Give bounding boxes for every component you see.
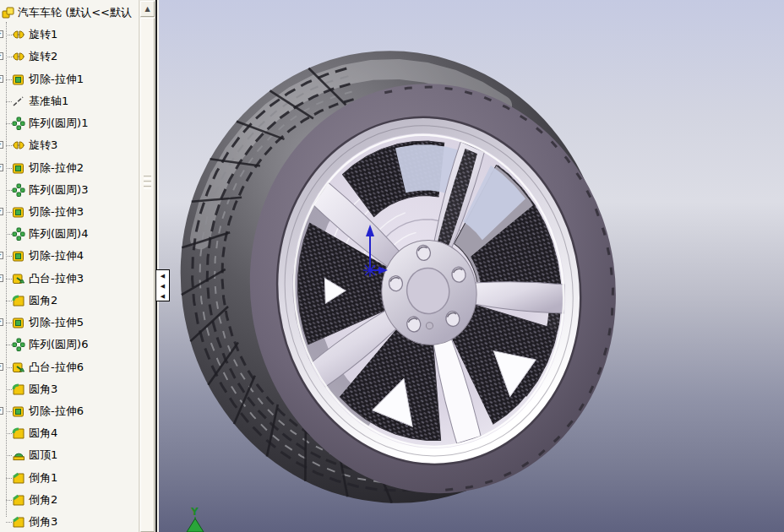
tree-connector-stub xyxy=(6,367,12,368)
tree-connector-stub xyxy=(6,57,12,57)
tree-item-part-root[interactable]: 汽车车轮 (默认<<默认 xyxy=(0,2,139,24)
tree-connector-stub xyxy=(6,35,12,35)
fillet-icon xyxy=(12,294,25,307)
tree-connector-stub xyxy=(6,411,12,412)
tree-item-circular-pattern[interactable]: 阵列(圆周)4 xyxy=(0,223,139,245)
revolve-icon xyxy=(12,50,25,63)
tree-item-label: 圆角3 xyxy=(29,382,57,397)
tree-item-revolve[interactable]: +旋转1 xyxy=(0,24,139,46)
tree-item-label: 旋转2 xyxy=(29,49,57,64)
tree-item-fillet[interactable]: 圆角3 xyxy=(0,378,139,400)
tree-item-cut-extrude[interactable]: +切除-拉伸1 xyxy=(0,68,139,90)
tree-connector-stub xyxy=(6,256,12,257)
revolve-icon xyxy=(12,138,25,152)
tree-item-circular-pattern[interactable]: 阵列(圆周)1 xyxy=(0,112,139,134)
tree-connector-stub xyxy=(6,345,12,345)
tree-item-label: 切除-拉伸2 xyxy=(29,160,84,176)
tree-item-cut-extrude[interactable]: +切除-拉伸4 xyxy=(0,245,139,267)
tree-connector-stub xyxy=(6,389,12,390)
boss-extrude-icon xyxy=(12,361,25,374)
tree-item-label: 旋转1 xyxy=(29,27,57,42)
expand-plus-box[interactable]: + xyxy=(0,252,3,259)
tree-item-label: 倒角3 xyxy=(29,514,57,529)
tree-item-dome[interactable]: 圆顶1 xyxy=(0,444,139,466)
feature-tree: 汽车车轮 (默认<<默认 +旋转1+旋转2+切除-拉伸1基准轴1阵列(圆周)1+… xyxy=(0,0,139,532)
tree-item-label: 汽车车轮 (默认<<默认 xyxy=(18,5,132,20)
boss-extrude-icon xyxy=(12,272,25,285)
fillet-icon xyxy=(12,426,25,440)
tree-item-cut-extrude[interactable]: +切除-拉伸3 xyxy=(0,201,139,223)
expand-plus-box[interactable]: + xyxy=(0,52,3,60)
panel-collapse-button[interactable]: ◀◀◀ xyxy=(155,269,170,301)
cut-extrude-icon xyxy=(12,404,25,418)
tree-connector-stub xyxy=(6,168,12,169)
tree-item-label: 圆顶1 xyxy=(29,448,57,463)
tree-connector-stub xyxy=(6,478,12,479)
scrollbar-grip xyxy=(144,174,151,191)
expand-plus-box[interactable]: + xyxy=(0,30,3,38)
tree-item-chamfer[interactable]: 倒角1 xyxy=(0,467,139,489)
chamfer-icon xyxy=(12,471,25,485)
expand-plus-box[interactable]: + xyxy=(0,164,3,171)
tree-item-boss-extrude[interactable]: +凸台-拉伸6 xyxy=(0,356,139,378)
tree-connector-stub xyxy=(6,301,12,301)
cut-extrude-icon xyxy=(12,205,25,219)
view-orientation-triad: Y xyxy=(187,506,204,532)
tree-item-axis[interactable]: 基准轴1 xyxy=(0,90,139,112)
tree-item-label: 基准轴1 xyxy=(29,94,68,109)
tree-item-cut-extrude[interactable]: +切除-拉伸5 xyxy=(0,312,139,334)
expand-plus-box[interactable]: + xyxy=(0,75,3,83)
expand-plus-box[interactable]: + xyxy=(0,141,3,149)
expand-plus-box[interactable]: + xyxy=(0,363,3,371)
tree-item-label: 阵列(圆周)6 xyxy=(29,337,88,352)
solidworks-window: { "feature_tree": { "root": { "label": "… xyxy=(0,0,784,532)
tree-item-label: 切除-拉伸4 xyxy=(29,248,84,263)
tree-item-label: 阵列(圆周)1 xyxy=(29,116,88,131)
circular-pattern-icon xyxy=(12,338,25,351)
tree-connector-stub xyxy=(6,101,12,102)
tree-item-chamfer[interactable]: 倒角3 xyxy=(0,511,139,532)
tree-item-cut-extrude[interactable]: +切除-拉伸6 xyxy=(0,400,139,422)
tree-item-label: 旋转3 xyxy=(29,138,57,153)
tree-connector-stub xyxy=(6,145,12,146)
chamfer-icon xyxy=(12,493,25,507)
tree-item-circular-pattern[interactable]: 阵列(圆周)3 xyxy=(0,179,139,201)
tree-connector-stub xyxy=(6,455,12,456)
tree-item-revolve[interactable]: +旋转3 xyxy=(0,134,139,156)
expand-plus-box[interactable]: + xyxy=(0,208,3,215)
graphics-viewport[interactable]: Y xyxy=(159,0,784,532)
tree-connector-stub xyxy=(6,234,12,235)
scrollbar-up-button[interactable]: ▲ xyxy=(140,1,155,17)
collapse-arrow-icon: ◀ xyxy=(156,281,169,291)
expand-plus-box[interactable]: + xyxy=(0,274,3,282)
tree-connector-stub xyxy=(6,433,12,434)
tree-item-circular-pattern[interactable]: 阵列(圆周)6 xyxy=(0,334,139,356)
tree-item-fillet[interactable]: 圆角2 xyxy=(0,290,139,312)
dome-icon xyxy=(12,448,25,462)
tree-item-label: 切除-拉伸1 xyxy=(29,72,84,87)
tree-item-chamfer[interactable]: 倒角2 xyxy=(0,489,139,511)
tree-connector-stub xyxy=(6,212,12,213)
tree-item-label: 凸台-拉伸3 xyxy=(29,271,84,286)
revolve-icon xyxy=(12,28,25,41)
tree-connector-stub xyxy=(6,79,12,80)
tree-item-boss-extrude[interactable]: +凸台-拉伸3 xyxy=(0,268,139,290)
tree-item-label: 阵列(圆周)3 xyxy=(29,182,88,198)
scrollbar-thumb[interactable] xyxy=(140,18,155,532)
expand-plus-box[interactable]: + xyxy=(0,318,3,326)
tree-item-revolve[interactable]: +旋转2 xyxy=(0,46,139,68)
wheel-model[interactable] xyxy=(159,22,643,530)
tree-item-label: 切除-拉伸3 xyxy=(29,204,84,220)
cut-extrude-icon xyxy=(12,161,25,175)
tree-item-label: 圆角4 xyxy=(29,426,57,441)
tree-item-label: 倒角2 xyxy=(29,492,57,508)
circular-pattern-icon xyxy=(12,117,25,130)
tree-item-cut-extrude[interactable]: +切除-拉伸2 xyxy=(0,157,139,179)
tree-item-fillet[interactable]: 圆角4 xyxy=(0,422,139,444)
expand-plus-box[interactable]: + xyxy=(0,407,3,415)
tree-connector-stub xyxy=(6,279,12,280)
tree-item-label: 切除-拉伸6 xyxy=(29,404,84,419)
chamfer-icon xyxy=(12,515,25,529)
fillet-icon xyxy=(12,383,25,396)
tree-scrollbar: ▲ xyxy=(139,0,155,532)
